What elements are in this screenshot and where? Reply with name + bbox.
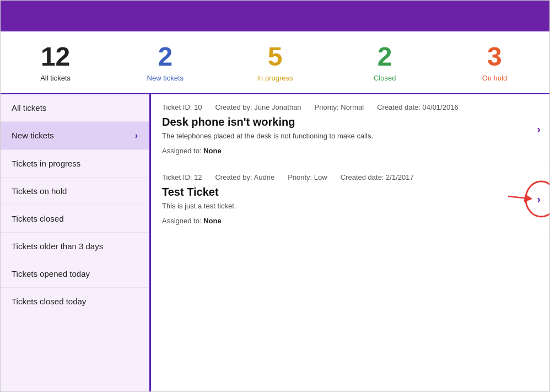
stat-label-closed: Closed (374, 74, 396, 82)
ticket-meta: Ticket ID: 12 Created by: Audrie Priorit… (162, 173, 538, 181)
sidebar-item-closed-today[interactable]: Tickets closed today (1, 288, 149, 315)
stat-hold[interactable]: 3 On hold (440, 42, 549, 82)
ticket-chevron-ticket-1[interactable]: › (537, 122, 541, 135)
ticket-assigned-value: None (203, 147, 222, 155)
sidebar: All tickets New tickets › Tickets in pro… (1, 94, 149, 391)
app-container: 12 All tickets 2 New tickets 5 In progre… (0, 0, 550, 392)
ticket-item-ticket-1[interactable]: Ticket ID: 10 Created by: June Jonathan … (151, 94, 549, 164)
ticket-assigned-value: None (203, 217, 222, 225)
ticket-created-date: Created date: 04/01/2016 (377, 103, 458, 111)
ticket-list: Ticket ID: 10 Created by: June Jonathan … (149, 94, 549, 391)
stats-bar: 12 All tickets 2 New tickets 5 In progre… (1, 31, 549, 94)
ticket-title: Test Ticket (162, 186, 538, 198)
ticket-description: This is just a test ticket. (162, 202, 538, 210)
ticket-description: The telephones placed at the desk is not… (162, 132, 538, 140)
sidebar-item-all-tickets[interactable]: All tickets (1, 94, 149, 122)
ticket-meta: Ticket ID: 10 Created by: June Jonathan … (162, 103, 538, 111)
sidebar-item-label-closed-today: Tickets closed today (12, 297, 86, 306)
ticket-id: Ticket ID: 10 (162, 103, 202, 111)
ticket-title: Desk phone isn't working (162, 116, 538, 128)
stat-number-hold: 3 (487, 42, 502, 72)
sidebar-item-label-in-progress: Tickets in progress (12, 159, 80, 168)
stat-new[interactable]: 2 New tickets (110, 42, 220, 82)
sidebar-item-label-on-hold: Tickets on hold (12, 186, 67, 196)
ticket-assigned: Assigned to: None (162, 147, 538, 155)
ticket-priority: Priority: Low (288, 173, 327, 181)
sidebar-item-closed[interactable]: Tickets closed (1, 205, 149, 233)
main-area: All tickets New tickets › Tickets in pro… (1, 94, 549, 391)
stat-label-new: New tickets (147, 74, 184, 82)
stat-label-hold: On hold (482, 74, 508, 82)
stat-number-all: 12 (41, 42, 70, 72)
ticket-created-date: Created date: 2/1/2017 (341, 173, 414, 181)
ticket-assigned: Assigned to: None (162, 217, 538, 225)
stat-all[interactable]: 12 All tickets (1, 42, 110, 82)
stat-number-new: 2 (158, 42, 172, 72)
ticket-created-by: Created by: June Jonathan (215, 103, 301, 111)
ticket-created-by: Created by: Audrie (215, 173, 274, 181)
stat-label-progress: In progress (257, 74, 293, 82)
stat-number-closed: 2 (378, 42, 392, 72)
ticket-chevron-ticket-2[interactable]: › (537, 192, 541, 205)
sidebar-item-label-older-3-days: Tickets older than 3 days (12, 241, 103, 251)
sidebar-chevron-new-tickets: › (135, 131, 138, 141)
sidebar-item-in-progress[interactable]: Tickets in progress (1, 150, 149, 178)
sidebar-item-older-3-days[interactable]: Tickets older than 3 days (1, 233, 149, 260)
sidebar-item-label-opened-today: Tickets opened today (12, 269, 90, 278)
ticket-id: Ticket ID: 12 (162, 173, 202, 181)
sidebar-item-label-new-tickets: New tickets (12, 131, 54, 140)
sidebar-item-opened-today[interactable]: Tickets opened today (1, 260, 149, 288)
header (1, 1, 549, 31)
stat-progress[interactable]: 5 In progress (220, 42, 330, 82)
sidebar-item-on-hold[interactable]: Tickets on hold (1, 178, 149, 205)
sidebar-item-new-tickets[interactable]: New tickets › (1, 122, 149, 150)
ticket-priority: Priority: Normal (315, 103, 364, 111)
sidebar-item-label-all-tickets: All tickets (12, 103, 46, 112)
stat-closed[interactable]: 2 Closed (330, 42, 440, 82)
stat-number-progress: 5 (268, 42, 283, 72)
ticket-item-ticket-2[interactable]: Ticket ID: 12 Created by: Audrie Priorit… (151, 164, 549, 234)
sidebar-item-label-closed: Tickets closed (12, 214, 63, 223)
stat-label-all: All tickets (40, 74, 71, 82)
